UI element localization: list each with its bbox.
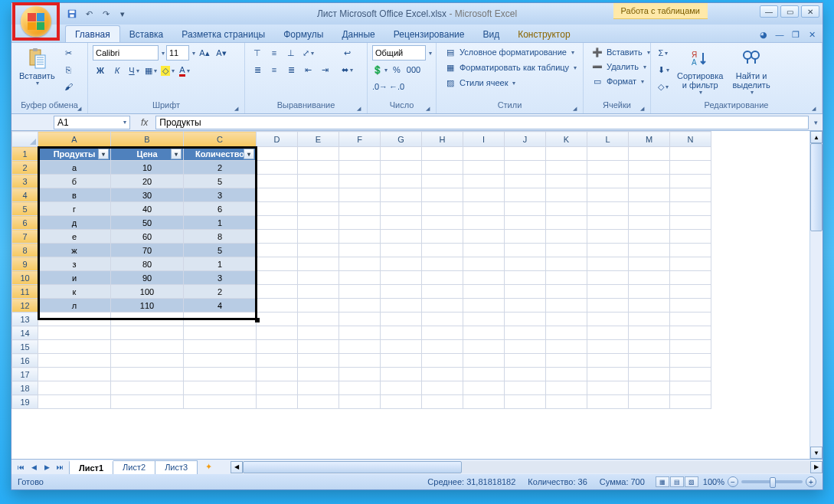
cell[interactable]	[670, 368, 711, 381]
cell[interactable]	[463, 395, 505, 409]
col-header-H[interactable]: H	[422, 132, 463, 147]
cell[interactable]	[381, 188, 422, 202]
cell[interactable]	[339, 188, 381, 202]
cell[interactable]	[587, 381, 629, 395]
cell[interactable]	[339, 299, 381, 313]
cell[interactable]	[505, 202, 546, 216]
col-header-L[interactable]: L	[587, 132, 629, 147]
table-cell[interactable]: 1	[184, 216, 257, 230]
row-header-15[interactable]: 15	[12, 340, 38, 354]
cell[interactable]	[505, 313, 546, 326]
cell[interactable]	[298, 230, 339, 244]
cell[interactable]	[257, 354, 298, 368]
format-cells-button[interactable]: ▭Формат▾	[588, 74, 653, 88]
cell[interactable]	[546, 257, 587, 271]
cell[interactable]	[587, 147, 629, 161]
cell[interactable]	[587, 299, 629, 313]
number-format-select[interactable]	[372, 45, 426, 61]
font-color-icon[interactable]: A▾	[177, 63, 192, 78]
accounting-format-icon[interactable]: 💲▾	[372, 62, 388, 77]
align-left-icon[interactable]: ≣	[250, 62, 265, 77]
table-cell[interactable]: 3	[184, 188, 257, 202]
cell[interactable]	[505, 285, 546, 299]
cell[interactable]	[629, 230, 670, 244]
cell[interactable]	[546, 299, 587, 313]
cell[interactable]	[339, 202, 381, 216]
cell[interactable]	[38, 313, 111, 326]
cell[interactable]	[257, 188, 298, 202]
comma-format-icon[interactable]: 000	[406, 62, 421, 77]
ribbon-tab-формулы[interactable]: Формулы	[274, 26, 332, 42]
cell[interactable]	[381, 202, 422, 216]
col-header-F[interactable]: F	[339, 132, 381, 147]
decrease-decimal-icon[interactable]: ←.0	[389, 79, 404, 94]
cell[interactable]	[670, 244, 711, 257]
table-cell[interactable]: е	[38, 230, 111, 244]
cell[interactable]	[298, 299, 339, 313]
last-sheet-icon[interactable]: ⏭	[54, 461, 66, 473]
cell[interactable]	[111, 381, 184, 395]
cell[interactable]	[629, 285, 670, 299]
cell[interactable]	[629, 161, 670, 175]
cell[interactable]	[422, 202, 463, 216]
cell[interactable]	[422, 216, 463, 230]
cell[interactable]	[257, 216, 298, 230]
table-cell[interactable]: 60	[111, 230, 184, 244]
increase-indent-icon[interactable]: ⇥	[317, 62, 332, 77]
cell[interactable]	[257, 368, 298, 381]
cell[interactable]	[339, 395, 381, 409]
cell[interactable]	[629, 271, 670, 285]
col-header-M[interactable]: M	[629, 132, 670, 147]
cell[interactable]	[546, 216, 587, 230]
cell[interactable]	[38, 395, 111, 409]
shrink-font-icon[interactable]: A▾	[214, 45, 229, 61]
cell[interactable]	[298, 285, 339, 299]
row-header-6[interactable]: 6	[12, 216, 38, 230]
cell[interactable]	[381, 381, 422, 395]
cell[interactable]	[381, 271, 422, 285]
table-cell[interactable]: з	[38, 257, 111, 271]
cell[interactable]	[670, 216, 711, 230]
cell[interactable]	[629, 216, 670, 230]
table-cell[interactable]: 6	[184, 202, 257, 216]
table-cell[interactable]: г	[38, 202, 111, 216]
cell[interactable]	[257, 340, 298, 354]
cell[interactable]	[546, 313, 587, 326]
cell[interactable]	[546, 340, 587, 354]
table-cell[interactable]: 20	[111, 175, 184, 188]
cell[interactable]	[298, 175, 339, 188]
table-cell[interactable]: 2	[184, 285, 257, 299]
cell[interactable]	[111, 395, 184, 409]
cell[interactable]	[505, 368, 546, 381]
cell[interactable]	[184, 313, 257, 326]
cell[interactable]	[629, 354, 670, 368]
cell[interactable]	[546, 285, 587, 299]
maximize-button[interactable]: ▭	[780, 5, 799, 18]
cell[interactable]	[381, 230, 422, 244]
cell[interactable]	[422, 368, 463, 381]
align-right-icon[interactable]: ≣	[283, 62, 299, 77]
cell[interactable]	[298, 354, 339, 368]
office-button[interactable]	[21, 6, 51, 37]
cell[interactable]	[546, 147, 587, 161]
cell[interactable]	[587, 257, 629, 271]
cell[interactable]	[38, 340, 111, 354]
cell[interactable]	[422, 147, 463, 161]
cut-icon[interactable]: ✂	[61, 45, 77, 61]
close-button[interactable]: ✕	[801, 5, 819, 18]
cell[interactable]	[381, 285, 422, 299]
vertical-scroll-thumb[interactable]	[810, 143, 823, 231]
cell[interactable]	[587, 395, 629, 409]
cell[interactable]	[505, 257, 546, 271]
cell[interactable]	[463, 216, 505, 230]
cell[interactable]	[298, 271, 339, 285]
fill-color-icon[interactable]: ◇▾	[160, 63, 175, 78]
cell[interactable]	[463, 326, 505, 340]
cell-styles-button[interactable]: ▨Стили ячеек▾	[441, 76, 518, 90]
cell[interactable]	[381, 368, 422, 381]
cell[interactable]	[38, 368, 111, 381]
underline-icon[interactable]: Ч▾	[126, 63, 142, 78]
cell[interactable]	[339, 147, 381, 161]
align-center-icon[interactable]: ≡	[267, 62, 282, 77]
table-cell[interactable]: 5	[184, 175, 257, 188]
